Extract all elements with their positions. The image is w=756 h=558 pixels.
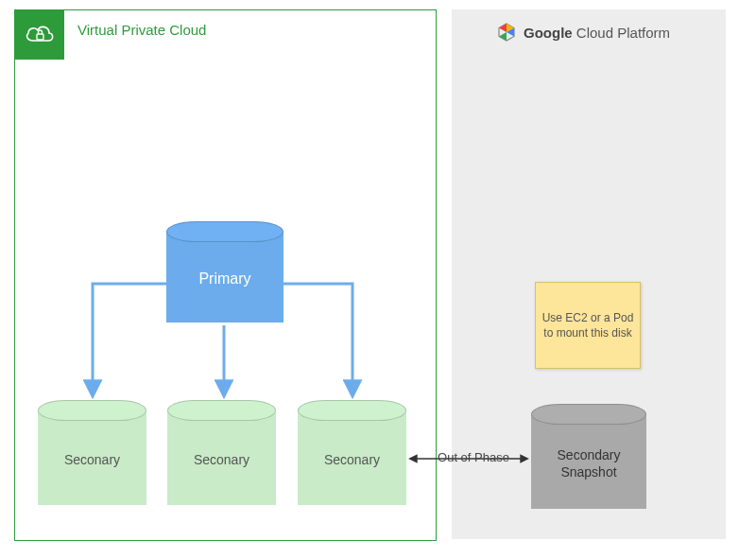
primary-label: Primary: [198, 267, 250, 288]
secondary-node-1: Seconary: [38, 410, 146, 505]
gcp-header: Google Cloud Platform: [497, 23, 670, 42]
snapshot-label: Secondary Snapshot: [531, 443, 646, 480]
cloud-lock-icon: [24, 22, 56, 48]
vpc-title: Virtual Private Cloud: [77, 22, 206, 38]
secondary-node-3: Seconary: [298, 410, 406, 505]
secondary-label-3: Seconary: [324, 448, 380, 467]
gcp-hexagon-icon: [497, 23, 516, 42]
svg-marker-5: [499, 24, 507, 32]
svg-rect-0: [37, 34, 43, 40]
sticky-text: Use EC2 or a Pod to mount this disk: [541, 310, 634, 340]
secondary-label-1: Seconary: [64, 448, 120, 467]
gcp-brand-strong: Google: [524, 25, 573, 41]
out-of-phase-label: Out of Phase: [418, 450, 529, 464]
secondary-label-2: Seconary: [194, 448, 249, 467]
diagram-canvas: Virtual Private Cloud Google Cloud Platf…: [0, 0, 756, 558]
gcp-brand: Google Cloud Platform: [524, 25, 670, 41]
primary-node: Primary: [166, 232, 284, 323]
secondary-node-2: Seconary: [167, 410, 276, 505]
svg-marker-4: [499, 32, 507, 41]
snapshot-node: Secondary Snapshot: [531, 414, 646, 509]
vpc-badge: [15, 10, 64, 60]
gcp-brand-rest: Cloud Platform: [576, 25, 670, 41]
sticky-note: Use EC2 or a Pod to mount this disk: [535, 282, 641, 369]
